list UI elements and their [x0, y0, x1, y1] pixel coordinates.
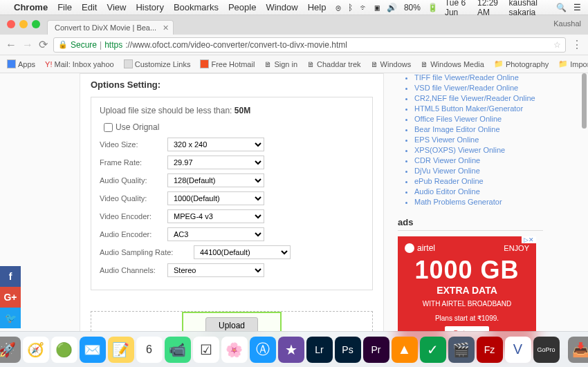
bm-photo[interactable]: 📁Photography	[494, 59, 549, 68]
spotlight-icon[interactable]: 🔍	[556, 3, 567, 12]
main-column: Options Setting: Upload file size should…	[80, 73, 384, 352]
close-tab-icon[interactable]: ✕	[163, 23, 169, 32]
volume-icon[interactable]: 🔊	[387, 3, 397, 12]
menubar-user[interactable]: kaushal sakaria	[509, 0, 549, 17]
close-window[interactable]	[7, 20, 15, 28]
audio-encoder-select[interactable]: AC3	[167, 227, 264, 241]
sidebar-link[interactable]: Office Files Viewer Online	[414, 115, 543, 123]
bm-apps[interactable]: Apps	[7, 59, 35, 68]
sidebar-link[interactable]: ePub Reader Online	[414, 177, 543, 185]
dock-app3[interactable]: V	[505, 337, 531, 363]
bookmark-star-icon[interactable]: ☆	[553, 40, 561, 50]
chrome-profile-name[interactable]: Kaushal	[553, 19, 581, 28]
dock-mail[interactable]: ✉️	[80, 337, 106, 363]
window-controls	[7, 20, 40, 28]
airplay-icon[interactable]: ▣	[375, 3, 380, 12]
audio-channels-select[interactable]: Stereo	[167, 263, 264, 277]
share-facebook-button[interactable]: f	[0, 266, 21, 287]
video-size-select[interactable]: 320 x 240	[167, 138, 264, 151]
sidebar-link[interactable]: XPS(OXPS) Viewer Online	[414, 146, 543, 154]
adchoices-icon[interactable]: ▷✕	[522, 236, 536, 243]
dock-downloads[interactable]: 📥	[568, 337, 589, 363]
sidebar-link[interactable]: Audio Editor Online	[414, 187, 543, 196]
social-share-bar: f G+ 🐦	[0, 266, 21, 328]
bm-mail[interactable]: Y!Mail: Inbox yahoo	[45, 60, 114, 68]
bm-signin[interactable]: 🗎Sign in	[264, 60, 297, 68]
sidebar-link[interactable]: CDR Viewer Online	[414, 156, 543, 164]
sidebar-link[interactable]: EPS Viewer Online	[414, 135, 543, 144]
dock-imovie[interactable]: ★	[278, 337, 304, 363]
dock-premiere[interactable]: Pr	[363, 337, 389, 363]
app-name[interactable]: Chrome	[14, 2, 48, 12]
bm-customize[interactable]: Customize Links	[124, 59, 191, 68]
bluetooth-icon[interactable]: ᛒ	[348, 3, 353, 12]
screencast-icon[interactable]: ◎	[336, 3, 340, 12]
reload-icon[interactable]: ⟳	[39, 38, 48, 51]
dock-photos[interactable]: 🌸	[221, 337, 248, 363]
sidebar-link[interactable]: TIFF file Viewer/Reader Online	[414, 73, 543, 82]
ad-subhead: EXTRA DATA	[405, 285, 529, 296]
address-bar[interactable]: 🔒 Secure | https://www.ofoct.com/video-c…	[53, 37, 566, 53]
dock-vlc[interactable]: ▲	[392, 337, 418, 363]
menu-view[interactable]: View	[107, 2, 126, 12]
bm-windows[interactable]: 🗎Windows	[371, 60, 412, 68]
bm-ie[interactable]: 📁Imported From IE	[558, 59, 588, 68]
notification-center-icon[interactable]: ☰	[573, 3, 581, 12]
ad-brand: airtel	[417, 243, 435, 253]
dock-safari[interactable]: 🧭	[23, 337, 49, 363]
share-twitter-button[interactable]: 🐦	[0, 308, 21, 328]
dock-app1[interactable]: ✓	[420, 337, 446, 363]
minimize-window[interactable]	[19, 20, 28, 28]
menu-bookmarks[interactable]: Bookmarks	[174, 2, 219, 12]
menubar-time[interactable]: 12:29 AM	[477, 0, 502, 17]
frame-rate-select[interactable]: 29.97	[167, 156, 264, 169]
bm-hotmail[interactable]: Free Hotmail	[200, 59, 255, 68]
sidebar-link[interactable]: DjVu Viewer Online	[414, 167, 543, 175]
dock-launchpad[interactable]: 🚀	[0, 337, 21, 363]
menubar-date[interactable]: Tue 6 Jun	[445, 0, 470, 17]
dock-facetime[interactable]: 📹	[165, 337, 191, 363]
dock-lightroom[interactable]: Lr	[306, 337, 333, 363]
sidebar-link[interactable]: Bear Image Editor Online	[414, 125, 543, 133]
page-scrollbar[interactable]	[582, 73, 587, 129]
dock-gopro[interactable]: GoPro	[533, 337, 560, 363]
audio-quality-select[interactable]: 128(Default)	[167, 173, 264, 187]
menu-history[interactable]: History	[136, 2, 163, 12]
url-scheme: https	[104, 40, 122, 50]
menu-edit[interactable]: Edit	[82, 2, 97, 12]
airtel-logo-icon	[405, 243, 414, 253]
dock-notes[interactable]: 📝	[108, 337, 134, 363]
dock-calendar[interactable]: 6	[136, 337, 163, 363]
max-size: 50M	[235, 106, 250, 115]
sampling-rate-select[interactable]: 44100(Default)	[194, 245, 291, 259]
dock-appstore[interactable]: Ⓐ	[250, 337, 276, 363]
sidebar-link[interactable]: HTML5 Button Maker/Generator	[414, 104, 543, 113]
wifi-icon[interactable]: ᯤ	[360, 3, 368, 12]
maximize-window[interactable]	[32, 20, 40, 28]
use-original-checkbox[interactable]	[104, 123, 113, 132]
dock-app2[interactable]: 🎬	[448, 337, 475, 363]
chrome-menu-icon[interactable]: ⋮	[571, 38, 582, 51]
menu-window[interactable]: Window	[266, 2, 297, 12]
sidebar-link[interactable]: VSD file Viewer/Reader Online	[414, 84, 543, 92]
nav-back-icon[interactable]: ←	[6, 39, 17, 51]
video-encoder-select[interactable]: MPEG-4 v3	[167, 209, 264, 223]
sidebar-link[interactable]: CR2,NEF file Viewer/Reader Online	[414, 94, 543, 102]
share-googleplus-button[interactable]: G+	[0, 287, 21, 308]
dock-reminders[interactable]: ☑	[193, 337, 219, 363]
nav-forward-icon: →	[22, 39, 33, 51]
battery-icon[interactable]: 🔋	[428, 3, 438, 12]
video-quality-select[interactable]: 1000(Default)	[167, 191, 264, 205]
sidebar: TIFF file Viewer/Reader Online VSD file …	[398, 73, 543, 352]
bm-chaddar[interactable]: 🗎Chaddar trek	[307, 60, 361, 68]
macos-menubar: Chrome File Edit View History Bookmarks …	[0, 0, 588, 15]
menu-file[interactable]: File	[57, 2, 72, 12]
dock-photoshop[interactable]: Ps	[335, 337, 361, 363]
dock-filezilla[interactable]: Fz	[477, 337, 503, 363]
menu-people[interactable]: People	[228, 2, 256, 12]
menu-help[interactable]: Help	[308, 2, 327, 12]
dock-chrome[interactable]: 🟢	[51, 337, 77, 363]
bm-winmedia[interactable]: 🗎Windows Media	[421, 60, 484, 68]
browser-tab[interactable]: Convert to DivX Movie | Bea... ✕	[47, 20, 174, 35]
sidebar-link[interactable]: Math Problems Generator	[414, 198, 543, 206]
